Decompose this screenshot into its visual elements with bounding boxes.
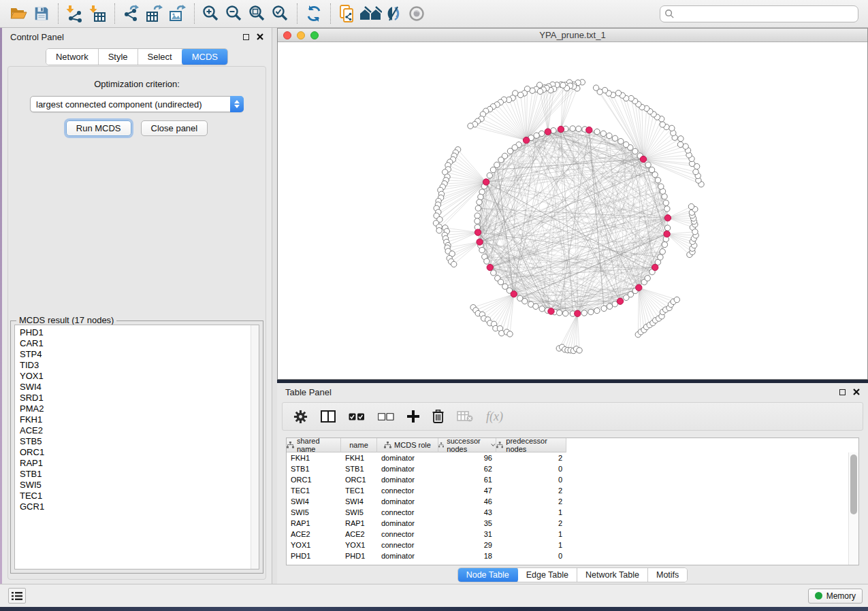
table-scrollbar[interactable] (848, 452, 858, 565)
table-row[interactable]: ACE2ACE2connector311 (287, 529, 858, 540)
tab-style[interactable]: Style (99, 49, 138, 65)
table-row[interactable]: SWI5SWI5connector431 (287, 507, 858, 518)
mcds-result-item[interactable]: CAR1 (20, 338, 259, 349)
tab-network[interactable]: Network (46, 49, 99, 65)
cytoscape-app: Control Panel NetworkStyleSelectMCDS Opt… (0, 0, 868, 611)
table-cell: dominator (377, 518, 438, 529)
mcds-result-item[interactable]: RAP1 (20, 458, 259, 469)
toolbar-separator (297, 3, 298, 24)
column-header-successor-nodes[interactable]: successor nodes (438, 438, 496, 452)
houses-icon[interactable] (359, 2, 382, 25)
optimization-criterion-select[interactable]: largest connected component (undirected) (30, 96, 244, 112)
mcds-result-item[interactable]: SWI4 (20, 382, 259, 393)
table-settings-gear-icon[interactable] (293, 410, 308, 424)
zoom-in-icon[interactable] (199, 2, 223, 25)
open-file-icon[interactable] (7, 2, 30, 25)
float-window-icon[interactable] (243, 34, 249, 40)
close-panel-button[interactable]: Close panel (141, 120, 208, 136)
mcds-result-item[interactable]: TEC1 (20, 491, 259, 501)
zoom-fit-icon[interactable] (246, 2, 269, 25)
export-table-icon[interactable] (143, 2, 166, 25)
mcds-result-item[interactable]: STP4 (20, 349, 259, 360)
tab-mcds[interactable]: MCDS (182, 48, 228, 65)
deselect-all-icon[interactable] (378, 413, 394, 420)
minimize-window-icon[interactable] (297, 31, 305, 39)
close-window-icon[interactable] (283, 31, 291, 39)
table-cell: ORC1 (287, 474, 341, 485)
mcds-result-group: MCDS result (17 nodes) PHD1CAR1STP4TID3Y… (10, 320, 263, 574)
table-cell: PHD1 (341, 550, 377, 561)
mcds-result-item[interactable]: ACE2 (20, 425, 259, 436)
tab-select[interactable]: Select (138, 49, 182, 65)
table-cell: FKH1 (287, 452, 341, 463)
mcds-result-item[interactable]: YOX1 (20, 371, 259, 382)
select-all-icon[interactable] (349, 413, 365, 420)
table-cell: 47 (438, 485, 496, 496)
search-input[interactable] (675, 9, 854, 18)
tab-network-table[interactable]: Network Table (577, 568, 648, 582)
table-row[interactable]: FKH1FKH1dominator962 (287, 452, 858, 463)
mcds-result-item[interactable]: PMA2 (20, 403, 259, 414)
delete-column-icon[interactable] (432, 410, 444, 423)
maximize-window-icon[interactable] (310, 31, 319, 39)
search-box[interactable] (660, 5, 858, 22)
table-row[interactable]: TEC1TEC1connector472 (287, 485, 858, 496)
column-header-predecessor-nodes[interactable]: predecessor nodes (496, 438, 566, 452)
delete-table-icon (457, 411, 473, 422)
column-header-shared-name[interactable]: shared name (287, 438, 341, 452)
list-scrollbar[interactable] (251, 325, 259, 569)
status-bar: Memory (0, 584, 868, 607)
close-panel-icon[interactable] (257, 33, 263, 40)
mcds-result-item[interactable]: FKH1 (20, 414, 259, 425)
table-row[interactable]: SWI4SWI4dominator462 (287, 496, 858, 507)
import-network-icon[interactable] (63, 2, 86, 25)
attribute-tree-icon (287, 442, 294, 448)
table-row[interactable]: YOX1YOX1connector291 (287, 540, 858, 550)
column-header-name[interactable]: name (341, 438, 377, 452)
eye-icon[interactable] (405, 2, 428, 25)
memory-button[interactable]: Memory (808, 589, 863, 604)
import-table-icon[interactable] (86, 2, 110, 25)
table-row[interactable]: ORC1ORC1dominator610 (287, 474, 858, 485)
network-window-titlebar[interactable]: YPA_prune.txt_1 (278, 29, 867, 42)
add-column-icon[interactable] (407, 410, 419, 423)
table-row[interactable]: RAP1RAP1dominator352 (287, 518, 858, 529)
tab-motifs[interactable]: Motifs (648, 568, 687, 582)
export-image-icon[interactable] (166, 2, 189, 25)
zoom-selected-icon[interactable] (269, 2, 292, 25)
zoom-out-icon[interactable] (223, 2, 246, 25)
mcds-result-item[interactable]: PHD1 (20, 327, 259, 338)
network-graph[interactable] (278, 42, 867, 379)
mcds-result-item[interactable]: STB5 (20, 436, 259, 447)
mcds-result-item[interactable]: SWI5 (20, 480, 259, 491)
show-columns-icon[interactable] (321, 410, 336, 423)
mcds-result-item[interactable]: TID3 (20, 360, 259, 371)
tab-edge-table[interactable]: Edge Table (518, 568, 577, 582)
table-cell: dominator (377, 550, 438, 561)
float-window-icon[interactable] (839, 389, 846, 395)
panel-splitter[interactable] (272, 28, 277, 584)
table-cell: 96 (438, 452, 496, 463)
run-mcds-button[interactable]: Run MCDS (66, 120, 131, 136)
vizmap-eye-icon[interactable] (382, 2, 405, 25)
mcds-result-item[interactable]: ORC1 (20, 447, 259, 458)
table-row[interactable]: STB1STB1dominator620 (287, 463, 858, 474)
table-row[interactable]: PHD1PHD1dominator180 (287, 550, 858, 561)
scrollbar-thumb[interactable] (850, 455, 857, 514)
table-cell: 43 (438, 507, 496, 518)
mcds-result-item[interactable]: GCR1 (20, 501, 259, 512)
tab-node-table[interactable]: Node Table (457, 567, 519, 582)
mcds-result-item[interactable]: STB1 (20, 469, 259, 480)
mcds-result-item[interactable]: SRD1 (20, 393, 259, 403)
mcds-result-list[interactable]: PHD1CAR1STP4TID3YOX1SWI4SRD1PMA2FKH1ACE2… (14, 325, 259, 569)
export-network-icon[interactable] (120, 2, 143, 25)
refresh-icon[interactable] (302, 2, 325, 25)
document-share-icon[interactable] (336, 2, 359, 25)
close-panel-icon[interactable] (853, 389, 860, 395)
column-header-MCDS-role[interactable]: MCDS role (377, 438, 438, 452)
function-builder-icon: f(x) (486, 410, 503, 424)
task-history-button[interactable] (8, 588, 26, 604)
table-cell: 2 (496, 496, 566, 507)
save-session-icon[interactable] (30, 2, 53, 25)
table-cell: STB1 (287, 463, 341, 474)
